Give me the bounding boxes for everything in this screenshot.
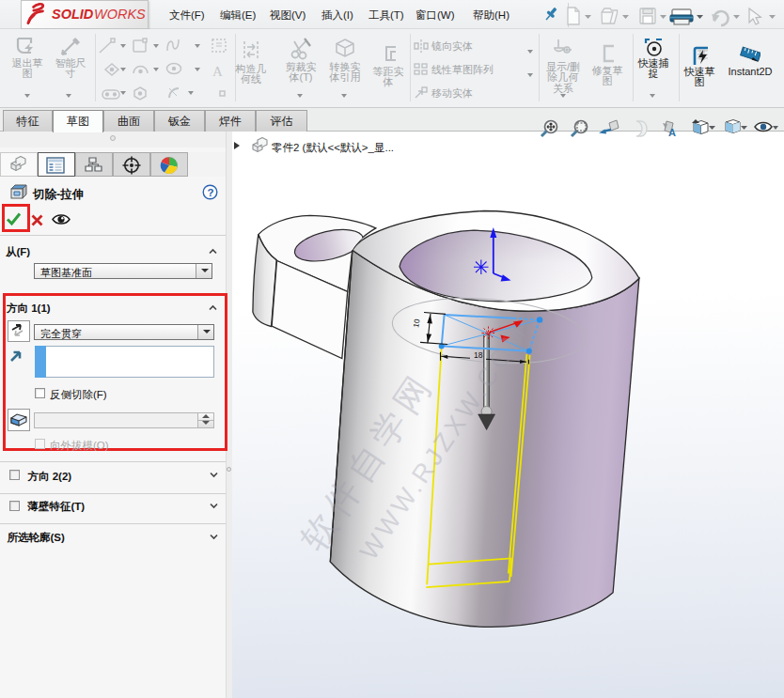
svg-text:A: A	[212, 64, 223, 79]
svg-text:?: ?	[207, 187, 213, 198]
svg-text:SOLID: SOLID	[52, 7, 94, 22]
svg-text:WORKS: WORKS	[94, 7, 146, 22]
svg-text:18: 18	[474, 350, 483, 360]
svg-text:A: A	[668, 127, 676, 138]
